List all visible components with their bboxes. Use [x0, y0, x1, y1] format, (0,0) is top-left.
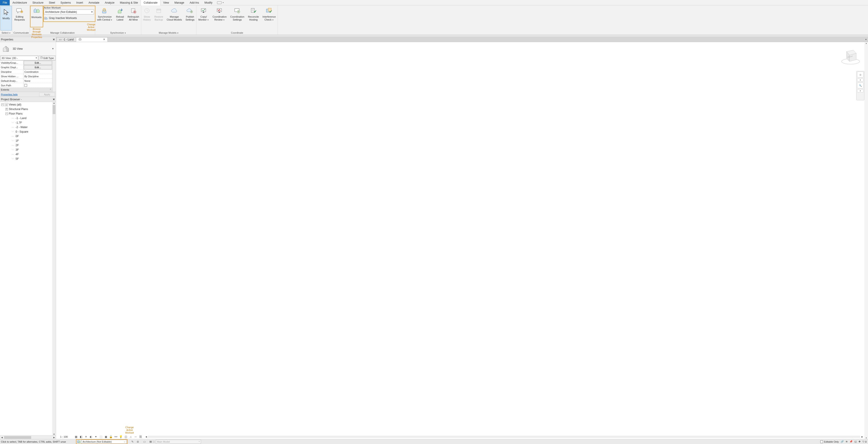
- modify-button[interactable]: Modify: [0, 6, 12, 31]
- ribbon-tab-view[interactable]: View: [160, 0, 172, 5]
- prop-value[interactable]: Coordination: [24, 70, 52, 74]
- tree-group-structural-plans[interactable]: + Structural Plans: [1, 107, 56, 111]
- prop-row[interactable]: DisciplineCoordination: [0, 70, 52, 74]
- scroll-up-icon[interactable]: ▴: [864, 42, 868, 44]
- tree-view[interactable]: ⋯5F: [1, 157, 56, 161]
- link-status-icon[interactable]: ⬭: [143, 440, 146, 444]
- sun-path-icon[interactable]: ☀: [84, 435, 88, 439]
- manage-cloud-models-button[interactable]: Manage Cloud Models: [165, 5, 184, 31]
- ribbon-tab-massing-site[interactable]: Massing & Site: [117, 0, 141, 5]
- nav-dropdown-button[interactable]: ▼: [857, 89, 864, 93]
- prop-row[interactable]: Show Hidden ...By Discipline: [0, 74, 52, 79]
- ribbon-tab-manage[interactable]: Manage: [172, 0, 187, 5]
- coordination-review-button[interactable]: Coordination Review▼: [211, 5, 228, 31]
- scroll-thumb[interactable]: [53, 105, 55, 114]
- status-workset-dropdown[interactable]: Architecture (Not Editable) ⌄: [82, 440, 127, 444]
- coordination-settings-button[interactable]: Coordination Settings: [228, 5, 246, 31]
- panel-synchronize-label[interactable]: Synchronize▼: [95, 31, 141, 35]
- unlock-3d-icon[interactable]: 🔓: [109, 435, 113, 439]
- select-pinned-icon[interactable]: 📌: [849, 440, 852, 443]
- panel-manage-models-label[interactable]: Manage Models▼: [141, 31, 196, 35]
- reveal-hidden-icon[interactable]: 💡: [119, 435, 123, 439]
- panel-select-label[interactable]: Select▼: [0, 31, 12, 35]
- scroll-down-icon[interactable]: ▾: [864, 437, 868, 439]
- expand-icon[interactable]: +: [5, 108, 8, 110]
- copy-monitor-button[interactable]: Copy/ Monitor▼: [196, 5, 211, 31]
- drawing-canvas[interactable]: FRONT ◎ ▼ 🔍 ▼ Change Active Workset ▴ ▾ …: [56, 42, 868, 439]
- scroll-right-icon[interactable]: ▶: [860, 436, 864, 438]
- ribbon-tab-analyze[interactable]: Analyze: [102, 0, 117, 5]
- detail-level-icon[interactable]: ▦: [74, 435, 78, 439]
- view-tab-land[interactable]: ▭ -1 - Land: [57, 37, 76, 42]
- select-underlay-icon[interactable]: ≋: [846, 440, 848, 443]
- ribbon-tab-architecture[interactable]: Architecture: [10, 0, 30, 5]
- editing-requests-status-icon[interactable]: ✎: [131, 440, 134, 444]
- tree-root-views[interactable]: − ◫ Views (all): [1, 102, 56, 107]
- prop-row[interactable]: Visibility/Grap...Edit...: [0, 61, 52, 65]
- tree-view[interactable]: ⋯1F: [1, 138, 56, 143]
- properties-close-button[interactable]: ✕: [53, 38, 55, 41]
- crop-view-icon[interactable]: ⬚: [99, 435, 103, 439]
- edit-type-button[interactable]: ❐ Edit Type: [39, 56, 55, 60]
- worksharing-display-icon[interactable]: ◫: [124, 435, 127, 439]
- select-face-icon[interactable]: ◱: [855, 440, 857, 443]
- ribbon-tab-addins[interactable]: Add-Ins: [187, 0, 202, 5]
- tree-view[interactable]: ⋯3F: [1, 147, 56, 152]
- ribbon-extra-controls[interactable]: [217, 1, 222, 4]
- collapse-icon[interactable]: −: [5, 112, 8, 115]
- reconcile-hosting-button[interactable]: Reconcile Hosting: [246, 5, 261, 31]
- view-cube[interactable]: FRONT: [841, 45, 860, 66]
- reveal-constraints-icon[interactable]: ⛓: [139, 435, 143, 439]
- scroll-left-icon[interactable]: ◀: [144, 436, 148, 438]
- design-options-icon[interactable]: ▤: [150, 440, 152, 443]
- temp-hide-icon[interactable]: 👓: [114, 435, 118, 439]
- highlight-displacement-icon[interactable]: ↔: [134, 435, 137, 439]
- ribbon-tab-file[interactable]: File: [0, 0, 10, 5]
- editable-only-checkbox[interactable]: Editable Only: [820, 440, 839, 443]
- relinquish-all-mine-button[interactable]: Relinquish All Mine: [126, 5, 141, 31]
- exclude-options-icon[interactable]: ◫: [153, 440, 155, 443]
- ribbon-tab-steel[interactable]: Steel: [46, 0, 58, 5]
- prop-value[interactable]: [24, 83, 52, 88]
- project-browser-close-button[interactable]: ✕: [53, 98, 55, 101]
- ribbon-tab-structure[interactable]: Structure: [30, 0, 46, 5]
- sun-path-checkbox[interactable]: [24, 84, 27, 87]
- tree-view[interactable]: ⋯2F: [1, 143, 56, 147]
- ribbon-tab-modify[interactable]: Modify: [202, 0, 215, 5]
- prop-category[interactable]: Extents⌃: [0, 88, 52, 92]
- reload-latest-button[interactable]: Reload Latest: [114, 5, 126, 31]
- interference-check-button[interactable]: Interference Check▼: [261, 5, 278, 31]
- ribbon-tab-systems[interactable]: Systems: [58, 0, 73, 5]
- tree-view[interactable]: ⋯4F: [1, 152, 56, 157]
- properties-scrollbar[interactable]: [52, 61, 56, 92]
- canvas-vscroll[interactable]: ▴ ▾: [864, 42, 868, 439]
- tree-view[interactable]: ⋯0F: [1, 134, 56, 138]
- nav-wheel-button[interactable]: ◎: [857, 72, 864, 77]
- nav-zoom-button[interactable]: 🔍: [857, 82, 864, 88]
- scroll-down-icon[interactable]: ▼: [52, 433, 56, 435]
- tree-view[interactable]: ⋯-1 - Land: [1, 116, 56, 121]
- prop-row[interactable]: Default Analy...None: [0, 79, 52, 83]
- scroll-up-icon[interactable]: ▲: [52, 102, 56, 104]
- view-tabs-overflow-button[interactable]: ▼: [864, 38, 868, 41]
- tree-view[interactable]: ⋯-2 - Water: [1, 125, 56, 130]
- scroll-left-icon[interactable]: ◀: [0, 436, 4, 439]
- ribbon-tab-annotate[interactable]: Annotate: [86, 0, 102, 5]
- ribbon-tab-collaborate[interactable]: Collaborate: [141, 0, 160, 5]
- shadows-icon[interactable]: ◐: [89, 435, 93, 439]
- canvas-hscroll[interactable]: ◀ ▶: [144, 436, 864, 438]
- prop-value[interactable]: By Discipline: [24, 74, 52, 78]
- properties-help-link[interactable]: Properties help: [1, 93, 18, 96]
- prop-row[interactable]: Sun Path: [0, 83, 52, 88]
- tree-view[interactable]: ⋯0 - Square: [1, 130, 56, 134]
- navigation-bar[interactable]: ◎ ▼ 🔍 ▼: [856, 71, 864, 100]
- prop-edit-button[interactable]: Edit...: [24, 61, 52, 65]
- rendering-icon[interactable]: ✦: [94, 435, 98, 439]
- browser-vscroll[interactable]: ▲ ▼: [52, 102, 56, 435]
- select-links-icon[interactable]: 🔗: [841, 440, 844, 443]
- view-tab-3d[interactable]: ✕: [76, 37, 107, 42]
- collapse-icon[interactable]: −: [1, 103, 4, 106]
- synchronize-with-central-button[interactable]: Synchronize with Central▼: [95, 5, 114, 31]
- tree-view[interactable]: ⋯-1.7F: [1, 121, 56, 125]
- tree-group-floor-plans[interactable]: − Floor Plans: [1, 111, 56, 116]
